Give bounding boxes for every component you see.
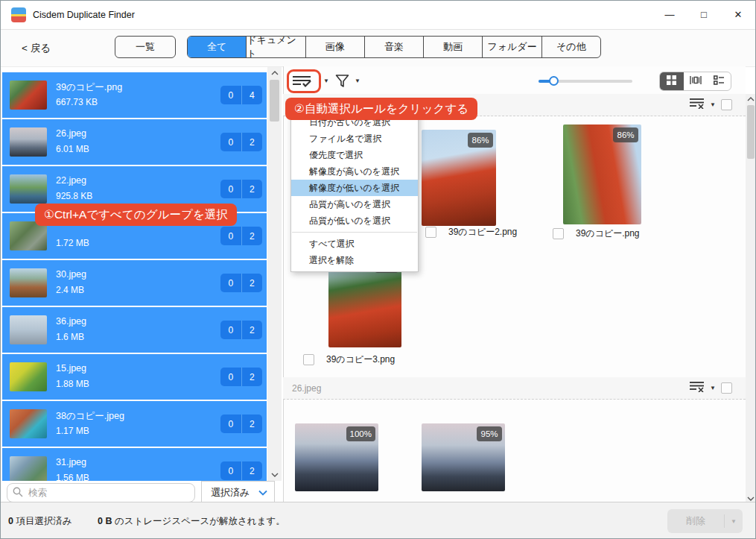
selected-count-badge: 0 [220,227,242,245]
scroll-down-icon[interactable] [746,497,756,501]
menu-item-deselect[interactable]: 選択を解除 [291,252,418,268]
total-count-badge: 2 [242,415,263,433]
total-count-badge: 2 [242,180,263,198]
filter-caret-icon[interactable]: ▼ [355,78,360,84]
file-name: 36.jpeg [56,316,86,327]
tab-all[interactable]: 全て [188,37,246,57]
duplicate-group-row[interactable]: 36.jpeg 1.6 MB 0 2 [2,307,267,353]
selected-count-badge: 0 [220,368,242,386]
selected-count-badge: 0 [220,274,242,292]
group-checkbox[interactable] [721,99,732,110]
menu-item-select-lower-quality[interactable]: 品質が低いのを選択 [291,212,418,229]
scroll-up-icon[interactable] [267,71,282,75]
deselect-group-button[interactable] [689,98,705,112]
auto-select-menu: 日付が古いのを選択 ファイル名で選択 優先度で選択 解像度が高いのを選択 解像度… [290,110,419,272]
image-thumbnail[interactable]: 86% [422,130,496,226]
duplicate-group-row[interactable]: 31.jpeg 1.56 MB 0 2 [2,448,267,481]
column-view-icon [690,75,702,88]
duplicate-group-row[interactable]: 26.jpeg 6.01 MB 0 2 [2,119,267,165]
column-view-button[interactable] [684,72,708,90]
count-badges: 0 2 [220,321,262,339]
sidebar-scrollbar[interactable] [267,67,282,481]
zoom-slider[interactable] [539,80,632,83]
duplicate-group-row[interactable]: 15.jpeg 1.88 MB 0 2 [2,354,267,400]
image-checkbox[interactable] [553,228,564,239]
list-view-button[interactable] [707,72,731,90]
thumbnail [10,174,47,204]
selected-count-badge: 0 [220,180,242,198]
image-caption: 39のコピー3.png [303,353,395,366]
delete-button[interactable]: 削除 ▼ [667,509,743,533]
scrollbar-thumb[interactable] [270,80,279,122]
minimize-button[interactable]: — [652,1,687,28]
tab-others[interactable]: その他 [541,37,600,57]
image-name: 39のコピー.png [576,227,640,240]
deselect-group-button[interactable] [689,381,705,395]
nav-bar: < 戻る 一覧 全て ドキュメント 画像 音楽 動画 フォルダー その他 [1,30,755,67]
scrollbar-thumb[interactable] [747,105,755,159]
image-thumbnail[interactable] [328,268,401,347]
selected-filter-dropdown[interactable]: 選択済み [201,481,275,504]
menu-item-select-by-priority[interactable]: 優先度で選択 [291,147,418,163]
close-button[interactable]: ✕ [721,1,755,28]
image-thumbnail[interactable]: 95% [422,423,505,491]
thumbnail [10,268,47,297]
image-checkbox[interactable] [303,354,314,365]
app-window: Cisdem Duplicate Finder — □ ✕ < 戻る 一覧 全て… [0,0,756,539]
thumbnail [10,362,47,391]
filter-icon [335,78,349,90]
duplicate-group-row[interactable]: 30.jpeg 2.4 MB 0 2 [2,260,267,306]
duplicate-group-row[interactable]: 38のコピー.jpeg 1.17 MB 0 2 [2,401,267,447]
grid-view-button[interactable] [660,72,684,90]
total-count-badge: 2 [242,274,263,292]
tab-images[interactable]: 画像 [305,37,364,57]
main-scrollbar[interactable] [746,94,756,504]
menu-item-select-all[interactable]: すべて選択 [291,236,418,252]
tab-videos[interactable]: 動画 [423,37,482,57]
scroll-up-icon[interactable] [746,97,756,101]
search-input[interactable] [7,483,195,502]
group-menu-caret-icon[interactable]: ▼ [710,102,716,108]
group-menu-caret-icon[interactable]: ▼ [710,385,716,391]
group-header: 26.jpeg ▼ [283,377,746,400]
tab-folders[interactable]: フォルダー [482,37,541,57]
window-controls: — □ ✕ [652,1,755,28]
thumbnail [10,409,47,438]
filter-button[interactable] [335,74,349,91]
tab-documents[interactable]: ドキュメント [246,37,305,57]
duplicate-group-list: 39のコピー.png 667.73 KB 0 4 26.jpeg 6.01 MB… [2,72,267,481]
back-button[interactable]: < 戻る [22,42,51,55]
file-name: 22.jpeg [56,175,86,186]
menu-item-select-higher-quality[interactable]: 品質が高いのを選択 [291,196,418,212]
image-thumbnail[interactable]: 86% [563,124,641,224]
freed-space-label: のストレージスペースが解放されます。 [115,516,285,526]
duplicate-group-row[interactable]: 39のコピー.png 667.73 KB 0 4 [2,72,267,118]
selected-count-badge: 0 [220,415,242,433]
scroll-down-icon[interactable] [267,473,282,477]
zoom-slider-thumb[interactable] [549,76,559,86]
app-icon [11,7,26,22]
overview-button[interactable]: 一覧 [115,36,176,58]
count-badges: 0 2 [220,368,262,386]
count-badges: 0 2 [220,274,262,292]
image-thumbnail[interactable]: 100% [295,423,378,491]
count-badges: 0 2 [220,227,262,245]
similarity-badge: 95% [477,426,502,441]
tab-music[interactable]: 音楽 [364,37,423,57]
maximize-button[interactable]: □ [687,1,721,28]
image-checkbox[interactable] [425,227,436,238]
file-name: 38のコピー.jpeg [56,410,124,423]
group-checkbox[interactable] [721,382,732,394]
similarity-badge: 100% [346,426,375,441]
menu-item-select-by-filename[interactable]: ファイル名で選択 [291,130,418,147]
app-title: Cisdem Duplicate Finder [33,10,135,20]
count-badges: 0 2 [220,461,262,480]
auto-select-caret-icon[interactable]: ▼ [323,78,329,84]
annotation-step1: ①Ctrl+Aですべてのグループを選択 [35,204,237,226]
total-count-badge: 2 [242,461,263,480]
menu-item-select-higher-resolution[interactable]: 解像度が高いのを選択 [291,163,418,180]
menu-item-select-lower-resolution[interactable]: 解像度が低いのを選択 [291,180,418,196]
delete-caret-icon[interactable]: ▼ [725,518,743,525]
file-size: 1.17 MB [56,426,89,436]
thumbnail [10,81,47,110]
